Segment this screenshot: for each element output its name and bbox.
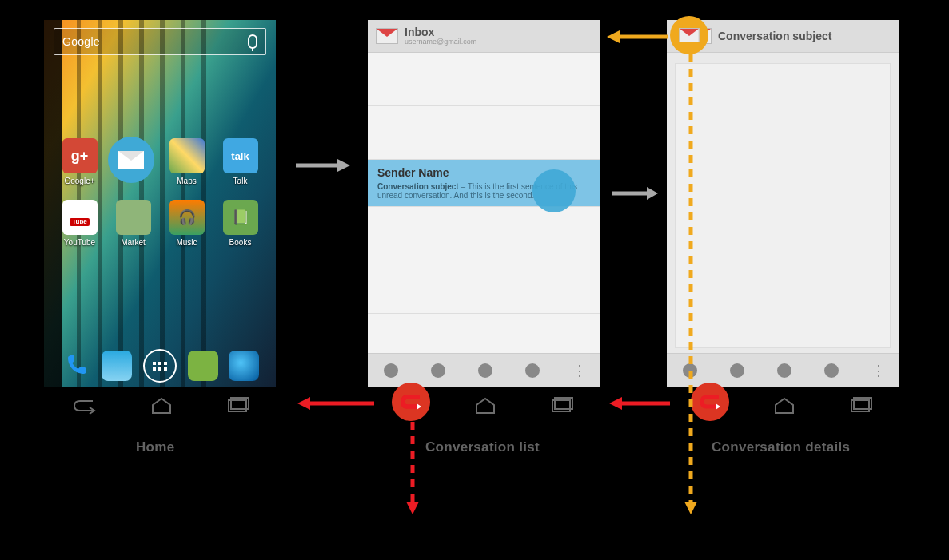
- svg-marker-7: [337, 159, 350, 172]
- app-books[interactable]: 📗 Books: [217, 200, 263, 247]
- split-action-bar: ⋮: [667, 353, 899, 387]
- overflow-icon[interactable]: ⋮: [871, 362, 883, 379]
- arrow-back-1: [608, 395, 672, 415]
- action-button[interactable]: [525, 363, 540, 378]
- list-item[interactable]: [368, 260, 600, 314]
- back-icon[interactable]: [70, 397, 98, 415]
- dock-messaging-icon[interactable]: [188, 351, 218, 381]
- action-button[interactable]: [384, 363, 398, 378]
- svg-marker-19: [406, 502, 419, 514]
- maps-icon: [169, 138, 205, 173]
- action-bar-subtitle: username@gmail.com: [405, 38, 476, 46]
- arrow-back-2: [296, 395, 376, 415]
- app-google-plus[interactable]: g+ Google+: [57, 138, 102, 185]
- caption-conversation-list: Conversation list: [425, 439, 540, 455]
- arrow-forward-2: [612, 185, 660, 205]
- action-button[interactable]: [824, 363, 839, 378]
- action-button[interactable]: [777, 363, 791, 378]
- caption-home: Home: [136, 439, 174, 455]
- svg-marker-9: [647, 187, 658, 200]
- arrow-up-nav: [605, 29, 669, 48]
- svg-marker-13: [297, 397, 310, 410]
- google-search-bar[interactable]: Google: [54, 28, 266, 55]
- overflow-icon[interactable]: ⋮: [572, 362, 584, 379]
- svg-marker-15: [607, 30, 620, 43]
- dock-phone-icon[interactable]: [61, 351, 91, 381]
- screen-conversation-details: 〈 Conversation subject ⋮: [667, 20, 899, 387]
- app-market[interactable]: Market: [110, 200, 156, 247]
- action-button[interactable]: [478, 363, 492, 378]
- dock-contacts-icon[interactable]: [102, 351, 132, 381]
- gplus-icon: g+: [62, 138, 98, 173]
- list-item[interactable]: [368, 53, 600, 106]
- nav-bar: [44, 397, 276, 415]
- gmail-icon: [376, 28, 398, 44]
- market-icon: [116, 200, 151, 235]
- talk-icon: talk: [223, 138, 258, 173]
- app-grid: g+ Google+ Maps talk Talk You Tube: [57, 138, 263, 247]
- list-item[interactable]: [368, 207, 600, 260]
- arrow-forward-1: [296, 157, 352, 177]
- app-maps[interactable]: Maps: [164, 138, 209, 185]
- arrow-back-dashed: [405, 422, 421, 521]
- list-item-selected[interactable]: Sender Name Conversation subject – This …: [368, 160, 600, 207]
- dock-browser-icon[interactable]: [229, 351, 259, 381]
- divider: [55, 344, 265, 344]
- split-action-bar: ⋮: [368, 353, 600, 387]
- app-youtube[interactable]: You Tube YouTube: [57, 200, 102, 247]
- dock-apps-icon[interactable]: [143, 349, 177, 383]
- action-button[interactable]: [683, 363, 697, 378]
- up-button-highlight: [670, 16, 708, 54]
- message-body[interactable]: [675, 63, 891, 348]
- app-music[interactable]: 🎧 Music: [164, 200, 209, 247]
- diagram-stage: Google g+ Google+ Maps talk Talk: [0, 0, 949, 560]
- recents-icon[interactable]: [225, 397, 249, 415]
- app-talk[interactable]: talk Talk: [217, 138, 263, 185]
- search-label: Google: [62, 35, 100, 48]
- home-icon[interactable]: [772, 397, 796, 415]
- gmail-icon: [679, 28, 699, 42]
- action-bar-title: Conversation subject: [718, 30, 831, 42]
- mic-icon[interactable]: [248, 34, 257, 49]
- home-icon[interactable]: [150, 397, 173, 415]
- screen-home: Google g+ Google+ Maps talk Talk: [44, 20, 276, 387]
- action-bar-title: Inbox: [405, 26, 476, 38]
- action-button[interactable]: [730, 363, 744, 378]
- nav-bar: [368, 397, 600, 415]
- list-item[interactable]: [368, 106, 600, 160]
- music-icon: 🎧: [169, 200, 205, 235]
- youtube-icon: You Tube: [62, 200, 98, 235]
- dock: [44, 349, 276, 383]
- screen-conversation-list: Inbox username@gmail.com Sender Name Con…: [368, 20, 600, 387]
- books-icon: 📗: [223, 200, 258, 235]
- home-icon[interactable]: [473, 397, 497, 415]
- svg-marker-17: [684, 502, 697, 514]
- action-button[interactable]: [431, 363, 445, 378]
- caption-conversation-details: Conversation details: [712, 439, 850, 455]
- recents-icon[interactable]: [848, 397, 872, 415]
- touch-indicator-icon: [532, 169, 576, 212]
- recents-icon[interactable]: [549, 397, 573, 415]
- nav-bar: [667, 397, 899, 415]
- action-bar[interactable]: Inbox username@gmail.com: [368, 20, 600, 53]
- svg-marker-11: [609, 397, 622, 410]
